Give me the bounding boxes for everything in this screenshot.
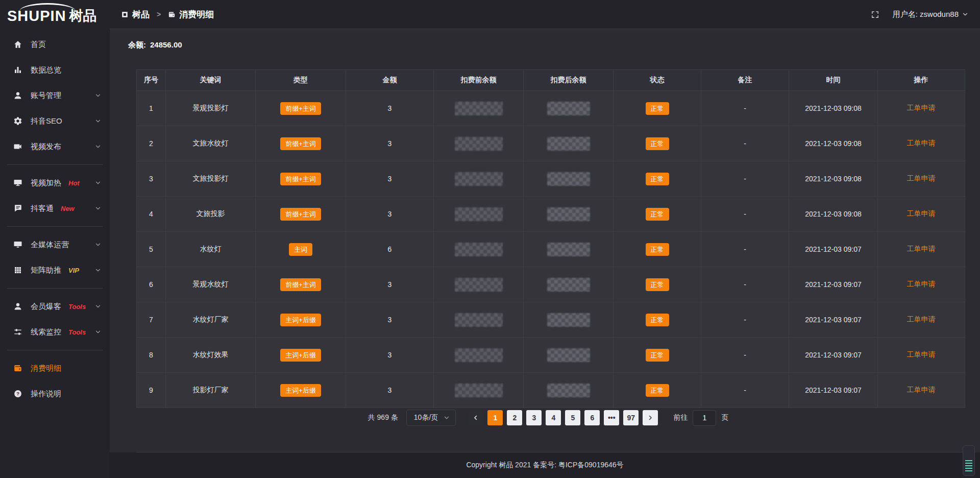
apps-icon bbox=[121, 11, 129, 18]
sidebar-item-label: 抖客通 bbox=[31, 204, 54, 213]
sidebar-item-label: 视频加热 bbox=[31, 178, 61, 188]
censored-value bbox=[455, 278, 503, 292]
censored-value bbox=[547, 102, 590, 115]
cell-balance-before bbox=[434, 267, 524, 302]
sidebar-item-matrix-boost[interactable]: 矩阵助推VIP bbox=[0, 257, 110, 283]
cell-note: - bbox=[701, 161, 789, 196]
cell-time: 2021-12-03 09:07 bbox=[789, 373, 878, 408]
page-button-5[interactable]: 5 bbox=[565, 410, 580, 425]
cell-action: 工单申请 bbox=[878, 338, 964, 372]
cell-type: 前缀+主词 bbox=[256, 267, 346, 302]
work-order-link[interactable]: 工单申请 bbox=[907, 280, 936, 289]
cell-note: - bbox=[701, 302, 789, 337]
prev-page-button[interactable] bbox=[468, 410, 483, 425]
sidebar-item-clue-monitor[interactable]: 线索监控Tools bbox=[0, 319, 110, 345]
type-tag: 前缀+主词 bbox=[280, 208, 321, 221]
screen-icon bbox=[13, 178, 22, 187]
home-icon bbox=[13, 40, 22, 49]
sidebar-item-home[interactable]: 首页 bbox=[0, 32, 110, 57]
cell-balance-before bbox=[434, 126, 524, 161]
gear-icon bbox=[13, 116, 22, 126]
page-button-97[interactable]: 97 bbox=[623, 410, 639, 425]
cell-amount: 3 bbox=[346, 161, 434, 196]
sidebar-divider bbox=[7, 226, 103, 227]
app-window: SHUPIN 树品 首页数据总览账号管理抖音SEO视频发布视频加热Hot抖客通N… bbox=[0, 0, 980, 478]
censored-value bbox=[455, 207, 503, 221]
goto-page: 前往 页 bbox=[668, 410, 733, 426]
cell-status: 正常 bbox=[614, 232, 701, 267]
censored-value bbox=[455, 384, 503, 397]
sidebar-badge-vip: VIP bbox=[68, 267, 79, 274]
cell-amount: 3 bbox=[346, 302, 434, 337]
work-order-link[interactable]: 工单申请 bbox=[907, 350, 936, 360]
page-size-value: 10条/页 bbox=[414, 413, 438, 422]
chevron-down-icon bbox=[94, 92, 102, 99]
sidebar-divider bbox=[7, 288, 103, 289]
sidebar-item-account-manage[interactable]: 账号管理 bbox=[0, 83, 110, 108]
column-header: 时间 bbox=[789, 70, 878, 90]
chevron-down-icon bbox=[94, 143, 102, 150]
work-order-link[interactable]: 工单申请 bbox=[907, 209, 936, 219]
column-header: 操作 bbox=[878, 70, 964, 90]
chevron-down-icon bbox=[94, 267, 102, 274]
cell-action: 工单申请 bbox=[878, 302, 964, 337]
page-button-4[interactable]: 4 bbox=[546, 410, 561, 425]
cell-seq: 9 bbox=[137, 373, 166, 408]
cell-balance-after bbox=[524, 126, 614, 161]
page-button-2[interactable]: 2 bbox=[507, 410, 522, 425]
page-button-3[interactable]: 3 bbox=[526, 410, 542, 425]
sidebar-item-label: 消费明细 bbox=[31, 364, 61, 373]
column-header: 扣费前余额 bbox=[434, 70, 524, 90]
next-page-button[interactable] bbox=[643, 410, 658, 425]
page-button-1[interactable]: 1 bbox=[487, 410, 503, 425]
status-badge: 正常 bbox=[646, 384, 669, 397]
chevron-down-icon bbox=[962, 11, 969, 18]
work-order-link[interactable]: 工单申请 bbox=[907, 174, 936, 183]
column-header: 关键词 bbox=[166, 70, 256, 90]
grid-icon bbox=[13, 266, 22, 275]
work-order-link[interactable]: 工单申请 bbox=[907, 315, 936, 324]
floating-widget[interactable] bbox=[963, 445, 975, 476]
chevron-down-icon bbox=[94, 241, 102, 248]
cell-note: - bbox=[701, 338, 789, 372]
censored-value bbox=[547, 172, 590, 186]
cell-note: - bbox=[701, 267, 789, 302]
sidebar-item-operation-guide[interactable]: ?操作说明 bbox=[0, 381, 110, 407]
page-button-6[interactable]: 6 bbox=[584, 410, 600, 425]
sidebar-item-video-publish[interactable]: 视频发布 bbox=[0, 134, 110, 159]
chevron-down-icon bbox=[94, 179, 102, 186]
balance-label: 余额: bbox=[128, 40, 146, 49]
status-badge: 正常 bbox=[646, 173, 669, 185]
work-order-link[interactable]: 工单申请 bbox=[907, 386, 936, 395]
page-size-select[interactable]: 10条/页 bbox=[406, 410, 456, 426]
pagination-total: 共 969 条 bbox=[368, 413, 398, 422]
sidebar-item-douyin-seo[interactable]: 抖音SEO bbox=[0, 108, 110, 134]
main-content: 余额:24856.00 序号关键词类型金额扣费前余额扣费后余额状态备注时间操作 … bbox=[110, 29, 980, 478]
cell-keyword: 文旅投影 bbox=[166, 197, 256, 231]
breadcrumb-item-shupin[interactable]: 树品 bbox=[132, 9, 150, 20]
goto-page-input[interactable] bbox=[693, 410, 716, 426]
cell-seq: 5 bbox=[137, 232, 166, 267]
logo-arc-decoration bbox=[19, 3, 76, 11]
column-header: 扣费后余额 bbox=[524, 70, 614, 90]
sidebar-item-data-overview[interactable]: 数据总览 bbox=[0, 57, 110, 83]
more-pages-button[interactable]: ••• bbox=[604, 410, 619, 425]
table-row: 7水纹灯厂家主词+后缀3正常-2021-12-03 09:07工单申请 bbox=[137, 302, 965, 337]
work-order-link[interactable]: 工单申请 bbox=[907, 139, 936, 148]
work-order-link[interactable]: 工单申请 bbox=[907, 104, 936, 113]
status-badge: 正常 bbox=[646, 278, 669, 291]
cell-type: 前缀+主词 bbox=[256, 91, 346, 126]
column-header: 备注 bbox=[701, 70, 789, 90]
sidebar-item-video-heating[interactable]: 视频加热Hot bbox=[0, 170, 110, 196]
sidebar-badge-tools: Tools bbox=[68, 303, 86, 310]
user-dropdown[interactable]: 用户名: zswodun88 bbox=[893, 10, 969, 19]
fullscreen-icon[interactable] bbox=[871, 10, 879, 19]
sidebar-item-member-baoke[interactable]: 会员爆客Tools bbox=[0, 294, 110, 319]
work-order-link[interactable]: 工单申请 bbox=[907, 245, 936, 254]
sidebar-item-douketong[interactable]: 抖客通New bbox=[0, 196, 110, 221]
cell-balance-before bbox=[434, 302, 524, 337]
sidebar-item-media-operation[interactable]: 全媒体运营 bbox=[0, 232, 110, 257]
sidebar-item-consume-detail[interactable]: 消费明细 bbox=[0, 355, 110, 381]
cell-action: 工单申请 bbox=[878, 197, 964, 231]
cell-balance-before bbox=[434, 232, 524, 267]
